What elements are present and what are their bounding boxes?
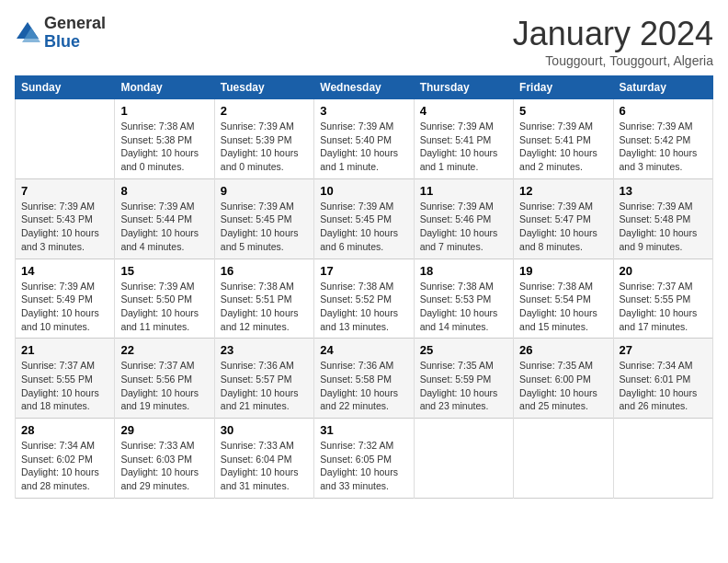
day-number: 24	[320, 343, 407, 357]
day-number: 11	[420, 184, 507, 198]
page-header: General Blue January 2024 Touggourt, Tou…	[15, 15, 713, 68]
day-number: 8	[120, 184, 208, 198]
calendar-cell: 21Sunrise: 7:37 AM Sunset: 5:55 PM Dayli…	[16, 339, 115, 419]
day-info: Sunrise: 7:37 AM Sunset: 5:55 PM Dayligh…	[21, 359, 108, 413]
day-number: 10	[320, 184, 407, 198]
day-number: 19	[519, 264, 607, 278]
day-number: 16	[221, 264, 308, 278]
calendar-cell: 2Sunrise: 7:39 AM Sunset: 5:39 PM Daylig…	[214, 99, 313, 179]
day-header-wednesday: Wednesday	[314, 76, 414, 99]
calendar-cell: 14Sunrise: 7:39 AM Sunset: 5:49 PM Dayli…	[16, 259, 115, 339]
day-header-monday: Monday	[115, 76, 214, 99]
month-title: January 2024	[513, 15, 713, 53]
calendar-cell	[613, 419, 712, 499]
day-info: Sunrise: 7:39 AM Sunset: 5:49 PM Dayligh…	[21, 280, 108, 334]
calendar-cell: 25Sunrise: 7:35 AM Sunset: 5:59 PM Dayli…	[414, 339, 513, 419]
day-number: 18	[420, 264, 507, 278]
day-info: Sunrise: 7:38 AM Sunset: 5:38 PM Dayligh…	[120, 120, 208, 174]
day-info: Sunrise: 7:32 AM Sunset: 6:05 PM Dayligh…	[320, 439, 407, 493]
day-info: Sunrise: 7:36 AM Sunset: 5:58 PM Dayligh…	[320, 359, 407, 413]
calendar-cell: 29Sunrise: 7:33 AM Sunset: 6:03 PM Dayli…	[115, 419, 214, 499]
day-number: 20	[620, 264, 707, 278]
calendar-cell: 17Sunrise: 7:38 AM Sunset: 5:52 PM Dayli…	[314, 259, 414, 339]
calendar-cell: 20Sunrise: 7:37 AM Sunset: 5:55 PM Dayli…	[613, 259, 712, 339]
logo-blue: Blue	[44, 33, 106, 52]
calendar-cell: 5Sunrise: 7:39 AM Sunset: 5:41 PM Daylig…	[514, 99, 613, 179]
calendar-cell: 4Sunrise: 7:39 AM Sunset: 5:41 PM Daylig…	[414, 99, 513, 179]
day-info: Sunrise: 7:39 AM Sunset: 5:47 PM Dayligh…	[519, 200, 607, 254]
calendar-cell: 12Sunrise: 7:39 AM Sunset: 5:47 PM Dayli…	[514, 178, 613, 259]
calendar-header-row: SundayMondayTuesdayWednesdayThursdayFrid…	[16, 76, 713, 99]
logo-icon	[15, 20, 40, 46]
calendar-cell: 8Sunrise: 7:39 AM Sunset: 5:44 PM Daylig…	[115, 178, 214, 259]
day-header-sunday: Sunday	[16, 76, 115, 99]
day-number: 3	[320, 104, 407, 118]
day-info: Sunrise: 7:39 AM Sunset: 5:41 PM Dayligh…	[519, 120, 607, 174]
day-number: 29	[120, 423, 208, 437]
calendar-week-row: 21Sunrise: 7:37 AM Sunset: 5:55 PM Dayli…	[16, 339, 713, 419]
day-number: 28	[21, 423, 108, 437]
day-info: Sunrise: 7:39 AM Sunset: 5:45 PM Dayligh…	[221, 200, 308, 254]
calendar-cell: 11Sunrise: 7:39 AM Sunset: 5:46 PM Dayli…	[414, 178, 513, 259]
calendar-cell	[514, 419, 613, 499]
calendar-week-row: 1Sunrise: 7:38 AM Sunset: 5:38 PM Daylig…	[16, 99, 713, 179]
calendar-cell: 13Sunrise: 7:39 AM Sunset: 5:48 PM Dayli…	[613, 178, 712, 259]
day-info: Sunrise: 7:33 AM Sunset: 6:04 PM Dayligh…	[221, 439, 308, 493]
calendar-cell: 26Sunrise: 7:35 AM Sunset: 6:00 PM Dayli…	[514, 339, 613, 419]
calendar-week-row: 28Sunrise: 7:34 AM Sunset: 6:02 PM Dayli…	[16, 419, 713, 499]
calendar-table: SundayMondayTuesdayWednesdayThursdayFrid…	[15, 75, 713, 499]
day-number: 23	[221, 343, 308, 357]
calendar-cell: 10Sunrise: 7:39 AM Sunset: 5:45 PM Dayli…	[314, 178, 414, 259]
calendar-week-row: 7Sunrise: 7:39 AM Sunset: 5:43 PM Daylig…	[16, 178, 713, 259]
day-number: 5	[519, 104, 607, 118]
day-info: Sunrise: 7:39 AM Sunset: 5:44 PM Dayligh…	[120, 200, 208, 254]
day-number: 1	[120, 104, 208, 118]
day-number: 21	[21, 343, 108, 357]
calendar-cell: 31Sunrise: 7:32 AM Sunset: 6:05 PM Dayli…	[314, 419, 414, 499]
calendar-cell: 16Sunrise: 7:38 AM Sunset: 5:51 PM Dayli…	[214, 259, 313, 339]
day-info: Sunrise: 7:35 AM Sunset: 6:00 PM Dayligh…	[519, 359, 607, 413]
day-number: 12	[519, 184, 607, 198]
day-info: Sunrise: 7:38 AM Sunset: 5:54 PM Dayligh…	[519, 280, 607, 334]
day-info: Sunrise: 7:39 AM Sunset: 5:39 PM Dayligh…	[221, 120, 308, 174]
calendar-cell: 30Sunrise: 7:33 AM Sunset: 6:04 PM Dayli…	[214, 419, 313, 499]
calendar-cell: 1Sunrise: 7:38 AM Sunset: 5:38 PM Daylig…	[115, 99, 214, 179]
day-info: Sunrise: 7:37 AM Sunset: 5:55 PM Dayligh…	[620, 280, 707, 334]
calendar-cell	[414, 419, 513, 499]
logo: General Blue	[15, 15, 106, 52]
day-number: 9	[221, 184, 308, 198]
calendar-cell: 9Sunrise: 7:39 AM Sunset: 5:45 PM Daylig…	[214, 178, 313, 259]
day-info: Sunrise: 7:36 AM Sunset: 5:57 PM Dayligh…	[221, 359, 308, 413]
title-block: January 2024 Touggourt, Touggourt, Alger…	[513, 15, 713, 68]
day-number: 14	[21, 264, 108, 278]
calendar-cell: 18Sunrise: 7:38 AM Sunset: 5:53 PM Dayli…	[414, 259, 513, 339]
day-info: Sunrise: 7:38 AM Sunset: 5:53 PM Dayligh…	[420, 280, 507, 334]
calendar-cell: 7Sunrise: 7:39 AM Sunset: 5:43 PM Daylig…	[16, 178, 115, 259]
day-info: Sunrise: 7:35 AM Sunset: 5:59 PM Dayligh…	[420, 359, 507, 413]
day-number: 25	[420, 343, 507, 357]
day-info: Sunrise: 7:39 AM Sunset: 5:48 PM Dayligh…	[620, 200, 707, 254]
day-number: 7	[21, 184, 108, 198]
day-number: 15	[120, 264, 208, 278]
calendar-cell: 6Sunrise: 7:39 AM Sunset: 5:42 PM Daylig…	[613, 99, 712, 179]
day-header-friday: Friday	[514, 76, 613, 99]
location-subtitle: Touggourt, Touggourt, Algeria	[513, 53, 713, 68]
calendar-cell	[16, 99, 115, 179]
day-number: 31	[320, 423, 407, 437]
day-info: Sunrise: 7:33 AM Sunset: 6:03 PM Dayligh…	[120, 439, 208, 493]
day-number: 27	[620, 343, 707, 357]
day-number: 6	[620, 104, 707, 118]
day-info: Sunrise: 7:34 AM Sunset: 6:01 PM Dayligh…	[620, 359, 707, 413]
day-number: 22	[120, 343, 208, 357]
day-number: 2	[221, 104, 308, 118]
day-number: 13	[620, 184, 707, 198]
day-info: Sunrise: 7:39 AM Sunset: 5:45 PM Dayligh…	[320, 200, 407, 254]
day-info: Sunrise: 7:34 AM Sunset: 6:02 PM Dayligh…	[21, 439, 108, 493]
day-info: Sunrise: 7:38 AM Sunset: 5:52 PM Dayligh…	[320, 280, 407, 334]
day-header-tuesday: Tuesday	[214, 76, 313, 99]
logo-text: General Blue	[44, 15, 106, 52]
day-info: Sunrise: 7:39 AM Sunset: 5:41 PM Dayligh…	[420, 120, 507, 174]
day-header-thursday: Thursday	[414, 76, 513, 99]
calendar-cell: 22Sunrise: 7:37 AM Sunset: 5:56 PM Dayli…	[115, 339, 214, 419]
day-info: Sunrise: 7:38 AM Sunset: 5:51 PM Dayligh…	[221, 280, 308, 334]
